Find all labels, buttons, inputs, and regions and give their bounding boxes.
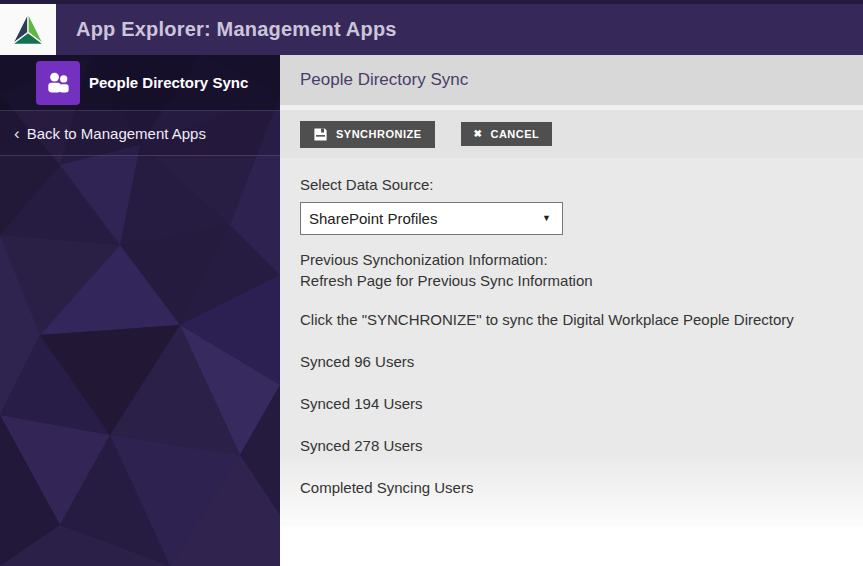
synchronize-button-label: SYNCHRONIZE: [336, 128, 422, 140]
akumina-triangle-logo-icon: [7, 9, 49, 51]
back-link-label: Back to Management Apps: [27, 125, 206, 142]
sidebar-app-label: People Directory Sync: [89, 74, 248, 91]
toolbar: SYNCHRONIZE ✖ CANCEL: [280, 105, 863, 158]
previous-sync-info-line1: Previous Synchonization Information:: [300, 251, 548, 268]
status-line: Synced 96 Users: [300, 351, 843, 372]
content-title-bar: People Directory Sync: [280, 55, 863, 105]
data-source-select[interactable]: SharePoint Profiles: [300, 202, 563, 235]
status-line: Synced 194 Users: [300, 393, 843, 414]
cancel-button-label: CANCEL: [490, 128, 539, 140]
previous-sync-info: Previous Synchonization Information: Ref…: [300, 249, 843, 291]
akumina-logo[interactable]: [0, 4, 56, 55]
cancel-button[interactable]: ✖ CANCEL: [461, 122, 553, 146]
synchronize-button[interactable]: SYNCHRONIZE: [300, 121, 435, 148]
content-body: Select Data Source: SharePoint Profiles …: [280, 158, 863, 527]
data-source-label: Select Data Source:: [300, 175, 843, 195]
status-line: Completed Syncing Users: [300, 477, 843, 498]
main-content: People Directory Sync SYNCHRONIZE ✖ CANC…: [280, 55, 863, 566]
app-explorer-window: App Explorer: Management Apps: [0, 0, 863, 566]
sidebar: People Directory Sync ‹ Back to Manageme…: [0, 55, 280, 566]
page-title: App Explorer: Management Apps: [76, 18, 397, 41]
people-icon: [36, 61, 80, 105]
data-source-select-wrap: SharePoint Profiles ▼: [300, 202, 563, 235]
previous-sync-info-line2: Refresh Page for Previous Sync Informati…: [300, 272, 593, 289]
top-header-bar: App Explorer: Management Apps: [0, 0, 863, 55]
save-icon: [313, 127, 328, 142]
back-to-management-apps-link[interactable]: ‹ Back to Management Apps: [0, 111, 280, 156]
chevron-left-icon: ‹: [14, 125, 20, 142]
status-line: Synced 278 Users: [300, 435, 843, 456]
sync-instruction: Click the "SYNCHRONIZE" to sync the Digi…: [300, 309, 843, 330]
cancel-x-icon: ✖: [474, 129, 483, 139]
sidebar-item-people-directory-sync[interactable]: People Directory Sync: [0, 55, 280, 111]
content-title: People Directory Sync: [300, 70, 468, 90]
